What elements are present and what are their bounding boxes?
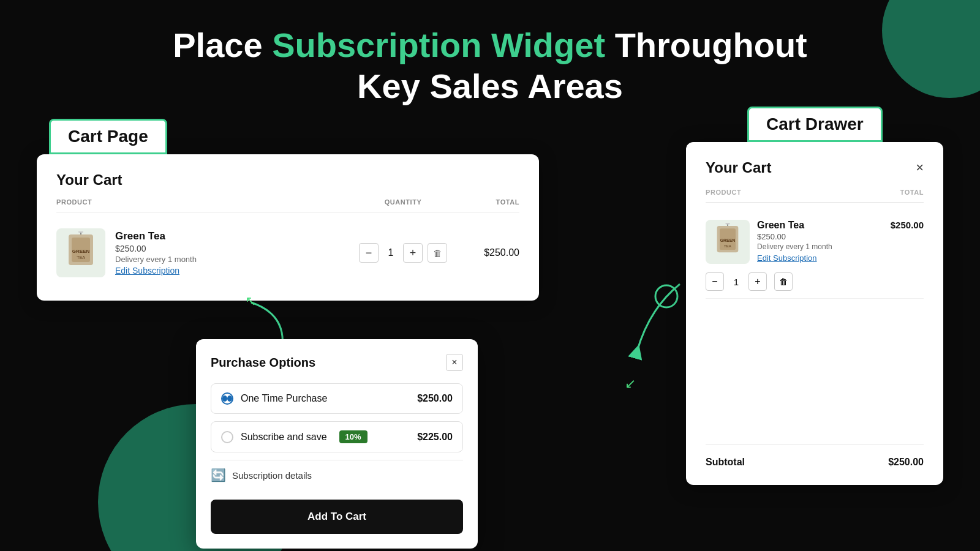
- trash-btn[interactable]: 🗑: [428, 243, 447, 263]
- drawer-qty-control: − 1 + 🗑: [706, 272, 924, 291]
- drawer-trash-btn[interactable]: 🗑: [774, 272, 793, 291]
- option-one-time-left: One Time Purchase: [221, 392, 327, 405]
- svg-rect-11: [726, 223, 730, 224]
- delivery-text: Delivery every 1 month: [115, 255, 348, 264]
- radio-one-time: [221, 392, 233, 405]
- drawer-item-details: Green Tea $250.00 $250.00 Delivery every…: [757, 220, 924, 263]
- title-suffix: Throughout: [605, 26, 807, 64]
- add-to-cart-btn[interactable]: Add To Cart: [211, 500, 463, 534]
- drawer-qty-plus-btn[interactable]: +: [748, 272, 767, 291]
- edit-subscription-link[interactable]: Edit Subscription: [115, 266, 179, 276]
- cart-drawer-label-tag: Cart Drawer: [747, 107, 883, 142]
- item-name: Green Tea: [115, 230, 348, 242]
- subscription-icon: 🔄: [211, 468, 226, 482]
- cart-item-details: Green Tea $250.00 Delivery every 1 month…: [115, 230, 348, 276]
- right-section: Cart Drawer Your Cart × PRODUCT TOTAL: [686, 107, 943, 485]
- option-subscribe[interactable]: Subscribe and save 10% $225.00: [211, 421, 463, 452]
- col-total-header: TOTAL: [458, 198, 519, 206]
- qty-value: 1: [383, 247, 398, 258]
- drawer-col-total: TOTAL: [900, 189, 924, 196]
- cursor-icon-left: ↖: [245, 293, 256, 309]
- svg-text:GREEN: GREEN: [720, 238, 736, 242]
- drawer-item-top: GREEN TEA Green Tea $250.00 $250.00 Deli…: [706, 220, 924, 264]
- col-qty-header: QUANTITY: [348, 198, 458, 206]
- drawer-tea-svg: GREEN TEA: [712, 223, 744, 261]
- drawer-header: Your Cart ×: [706, 159, 924, 176]
- title-highlight: Subscription Widget: [272, 26, 605, 64]
- subscription-details-text: Subscription details: [232, 470, 312, 481]
- qty-minus-btn[interactable]: −: [359, 243, 379, 263]
- cart-page-card: Your Cart PRODUCT QUANTITY TOTAL GREEN T…: [37, 154, 539, 301]
- main-title-area: Place Subscription Widget Throughout Key…: [0, 0, 980, 119]
- option-subscribe-price: $225.00: [417, 432, 453, 443]
- save-badge: 10%: [339, 430, 368, 443]
- cart-item-image: GREEN TEA: [56, 228, 105, 277]
- cart-item-row: GREEN TEA Green Tea $250.00 Delivery eve…: [56, 222, 519, 283]
- svg-text:GREEN: GREEN: [72, 249, 90, 254]
- option-one-time-label: One Time Purchase: [241, 393, 327, 404]
- option-subscribe-label: Subscribe and save: [241, 432, 327, 443]
- drawer-col-product: PRODUCT: [706, 189, 741, 196]
- option-one-time[interactable]: One Time Purchase $250.00: [211, 383, 463, 414]
- qty-plus-btn[interactable]: +: [403, 243, 423, 263]
- option-one-time-price: $250.00: [417, 393, 453, 404]
- drawer-delivery-text: Delivery every 1 month: [757, 242, 924, 251]
- drawer-item: GREEN TEA Green Tea $250.00 $250.00 Deli…: [706, 212, 924, 299]
- content-area: Cart Page Your Cart PRODUCT QUANTITY TOT…: [0, 119, 980, 485]
- radio-subscribe: [221, 431, 233, 443]
- modal-title: Purchase Options: [211, 356, 315, 370]
- drawer-item-price: $250.00: [757, 232, 924, 241]
- drawer-item-name-row: Green Tea $250.00: [757, 220, 924, 231]
- qty-control: − 1 + 🗑: [348, 243, 458, 263]
- svg-text:TEA: TEA: [724, 244, 732, 248]
- left-section: Cart Page Your Cart PRODUCT QUANTITY TOT…: [37, 119, 686, 485]
- drawer-item-total: $250.00: [891, 220, 924, 231]
- cart-page-label-tag: Cart Page: [49, 119, 167, 154]
- option-subscribe-left: Subscribe and save 10%: [221, 430, 368, 443]
- item-total: $250.00: [458, 247, 519, 258]
- modal-close-btn[interactable]: ×: [446, 354, 463, 371]
- svg-rect-5: [78, 231, 83, 233]
- subscription-details-row: 🔄 Subscription details: [211, 460, 463, 490]
- arrow-svg-right: [612, 278, 692, 364]
- drawer-title: Your Cart: [706, 159, 772, 176]
- subtotal-label: Subtotal: [706, 457, 745, 468]
- modal-header: Purchase Options ×: [211, 354, 463, 371]
- tea-bag-svg: GREEN TEA: [62, 231, 99, 274]
- cart-table-header: PRODUCT QUANTITY TOTAL: [56, 198, 519, 212]
- svg-text:TEA: TEA: [77, 255, 85, 260]
- drawer-table-header: PRODUCT TOTAL: [706, 189, 924, 203]
- drawer-qty-minus-btn[interactable]: −: [706, 272, 724, 291]
- cursor-icon-right: ↙: [625, 376, 636, 392]
- arrow-right-indicator: ↙: [612, 278, 692, 366]
- subtotal-value: $250.00: [888, 457, 924, 468]
- cart-drawer-card: Your Cart × PRODUCT TOTAL GREEN TEA: [686, 142, 943, 485]
- drawer-qty-value: 1: [729, 277, 744, 287]
- drawer-close-btn[interactable]: ×: [916, 160, 924, 176]
- title-prefix: Place: [173, 26, 272, 64]
- title-line2: Key Sales Areas: [357, 67, 623, 105]
- col-product-header: PRODUCT: [56, 198, 348, 206]
- purchase-options-modal: Purchase Options × One Time Purchase $25…: [196, 339, 478, 549]
- drawer-item-image: GREEN TEA: [706, 220, 750, 264]
- drawer-subtotal: Subtotal $250.00: [706, 444, 924, 468]
- item-price: $250.00: [115, 244, 348, 253]
- cart-page-title: Your Cart: [56, 171, 519, 189]
- drawer-item-name: Green Tea: [757, 220, 804, 231]
- drawer-edit-subscription-link[interactable]: Edit Subscription: [757, 253, 817, 263]
